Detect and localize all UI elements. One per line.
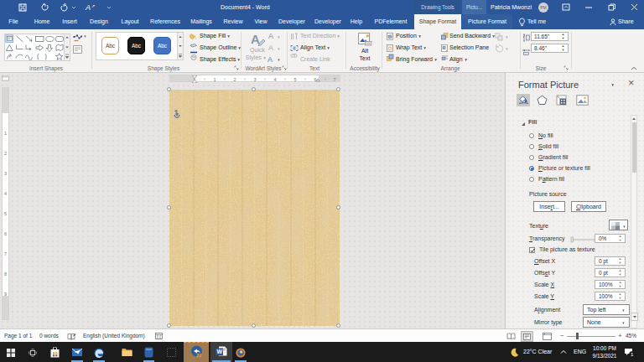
svg-text:5: 5 <box>293 77 296 82</box>
svg-text:A: A <box>85 3 91 12</box>
svg-text:A: A <box>251 33 260 46</box>
svg-text:2: 2 <box>4 151 7 156</box>
svg-text:7: 7 <box>333 77 335 82</box>
svg-text:2: 2 <box>233 77 236 82</box>
svg-text:8: 8 <box>4 272 7 277</box>
svg-text:20: 20 <box>196 353 201 358</box>
svg-text:9: 9 <box>4 292 7 297</box>
svg-text:6: 6 <box>4 231 7 236</box>
svg-text:3: 3 <box>253 77 256 82</box>
svg-text:3: 3 <box>4 171 7 176</box>
svg-text:5: 5 <box>4 211 7 216</box>
svg-text:↗: ↗ <box>91 3 95 8</box>
svg-text:1: 1 <box>4 131 7 136</box>
svg-text:7: 7 <box>4 251 7 256</box>
svg-text:1: 1 <box>213 77 216 82</box>
svg-text:W: W <box>217 349 223 354</box>
svg-text:4: 4 <box>4 191 7 196</box>
svg-text:4: 4 <box>273 77 276 82</box>
